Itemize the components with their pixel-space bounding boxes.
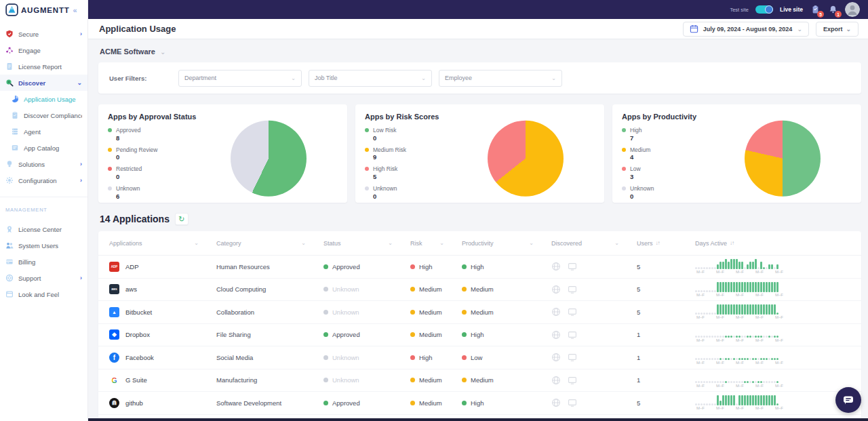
export-button[interactable]: Export ⌄ bbox=[816, 22, 859, 37]
column-header-status[interactable]: Status⌄ bbox=[323, 240, 410, 247]
legend-label: Approved bbox=[116, 127, 140, 134]
org-selector[interactable]: ACME Software ⌄ bbox=[98, 46, 861, 62]
brand-logo[interactable]: AUGMENTT « bbox=[0, 0, 87, 20]
column-label: Discovered bbox=[551, 240, 582, 247]
globe-icon[interactable] bbox=[551, 307, 561, 317]
days-active-sparkline: M–FM–FM–FM–FM–F bbox=[695, 395, 785, 410]
productivity-cell: High bbox=[462, 331, 551, 338]
chevron-down-icon: ⌄ bbox=[301, 240, 306, 246]
date-range-picker[interactable]: July 09, 2024 - August 09, 2024 ⌄ bbox=[683, 22, 809, 37]
spark-bar bbox=[719, 358, 722, 360]
filter-placeholder: Department bbox=[184, 75, 216, 81]
users-count: 5 bbox=[637, 308, 695, 316]
spark-bar bbox=[752, 358, 754, 360]
chat-launcher-button[interactable] bbox=[835, 387, 861, 413]
column-header-days-active[interactable]: Days Active↓↑ bbox=[695, 240, 850, 247]
spark-bar bbox=[701, 358, 703, 360]
table-row-aws[interactable]: awsawsCloud ComputingUnknownMediumMedium… bbox=[98, 279, 861, 302]
sidebar-management-nav: License CenterSystem UsersBillingSupport… bbox=[0, 221, 87, 302]
tasks-icon[interactable]: 5 bbox=[810, 4, 821, 15]
column-header-discovered[interactable]: Discovered⌄ bbox=[551, 240, 637, 247]
sidebar-item-application-usage[interactable]: Application Usage bbox=[0, 91, 87, 107]
globe-icon[interactable] bbox=[551, 285, 561, 294]
globe-icon[interactable] bbox=[551, 376, 561, 385]
column-header-category[interactable]: Category⌄ bbox=[216, 240, 323, 247]
table-row-bitbucket[interactable]: ▲BitbucketCollaborationUnknownMediumMedi… bbox=[98, 301, 861, 324]
globe-icon[interactable] bbox=[551, 353, 561, 362]
monitor-icon[interactable] bbox=[568, 330, 577, 340]
sidebar-item-secure[interactable]: Secure› bbox=[0, 26, 87, 42]
spark-bar bbox=[755, 282, 757, 292]
sparkline-axis: M–FM–FM–FM–FM–F bbox=[695, 293, 785, 297]
chevron-down-icon: ⌄ bbox=[529, 240, 534, 246]
monitor-icon[interactable] bbox=[568, 262, 577, 271]
globe-icon[interactable] bbox=[551, 262, 561, 271]
user-avatar[interactable] bbox=[845, 2, 860, 17]
legend-dot bbox=[622, 186, 626, 191]
sidebar-item-billing[interactable]: Billing bbox=[0, 254, 87, 270]
users-count: 5 bbox=[637, 399, 695, 407]
legend-item-unknown: Unknown0 bbox=[622, 185, 852, 200]
gear-icon bbox=[5, 176, 14, 184]
sidebar-item-system-users[interactable]: System Users bbox=[0, 237, 87, 254]
sidebar-item-discover[interactable]: Discover⌄ bbox=[0, 75, 87, 91]
sidebar-item-solutions[interactable]: Solutions› bbox=[0, 156, 87, 172]
sidebar-collapse-icon[interactable]: « bbox=[73, 6, 77, 14]
axis-label: M–F bbox=[775, 338, 783, 342]
filter-select-job-title[interactable]: Job Title⌄ bbox=[309, 70, 432, 87]
sidebar-item-label: Look and Feel bbox=[18, 291, 82, 298]
refresh-button[interactable]: ↻ bbox=[175, 213, 189, 225]
spark-bar bbox=[733, 358, 735, 360]
legend-value: 0 bbox=[373, 134, 396, 142]
sidebar-item-agent[interactable]: Agent bbox=[0, 123, 87, 140]
spark-bar bbox=[703, 381, 705, 383]
catalog-icon bbox=[11, 144, 19, 152]
table-row-github[interactable]: ⋒githubSoftware DevelopmentApprovedMediu… bbox=[98, 392, 861, 415]
filter-select-employee[interactable]: Employee⌄ bbox=[439, 70, 562, 87]
spark-bar bbox=[766, 282, 768, 292]
spark-bar bbox=[717, 395, 719, 405]
sidebar-item-license-report[interactable]: License Report bbox=[0, 58, 87, 75]
filter-select-department[interactable]: Department⌄ bbox=[178, 70, 302, 87]
chevron-down-icon: ⌄ bbox=[388, 240, 393, 246]
spark-bar bbox=[741, 395, 743, 405]
sidebar-item-discover-compliance[interactable]: Discover Compliance bbox=[0, 107, 87, 123]
table-row-dropbox[interactable]: ❖DropboxFile SharingApprovedMediumHigh1M… bbox=[98, 324, 861, 347]
legend-label: High Risk bbox=[373, 165, 397, 173]
globe-icon[interactable] bbox=[551, 330, 561, 340]
risk-cell: Medium bbox=[410, 331, 462, 338]
sparkline-bars bbox=[695, 373, 785, 383]
axis-label: M–F bbox=[755, 406, 764, 410]
column-header-applications[interactable]: Applications⌄ bbox=[109, 240, 216, 247]
sidebar-item-app-catalog[interactable]: App Catalog bbox=[0, 140, 87, 156]
status-label: Unknown bbox=[332, 308, 359, 316]
sidebar-item-support[interactable]: Support› bbox=[0, 270, 87, 286]
monitor-icon[interactable] bbox=[568, 353, 577, 362]
sidebar-item-license-center[interactable]: License Center bbox=[0, 221, 87, 237]
axis-label: M–F bbox=[755, 270, 764, 274]
site-toggle[interactable] bbox=[755, 5, 773, 14]
sidebar-item-configuration[interactable]: Configuration› bbox=[0, 172, 87, 188]
category-cell: Human Resources bbox=[216, 263, 323, 270]
notifications-bell-icon[interactable]: 1 bbox=[827, 4, 838, 15]
spark-bar bbox=[774, 381, 776, 383]
productivity-label: High bbox=[471, 399, 484, 407]
spark-bar bbox=[766, 267, 768, 269]
column-header-risk[interactable]: Risk⌄ bbox=[410, 240, 462, 247]
column-header-users[interactable]: Users↓↑ bbox=[637, 240, 695, 247]
table-row-g-suite[interactable]: GG SuiteManufacturingUnknownMediumMedium… bbox=[98, 369, 861, 393]
spark-bar bbox=[774, 282, 776, 292]
table-row-facebook[interactable]: fFacebookSocial MediaUnknownHighLow1M–FM… bbox=[98, 346, 861, 369]
column-header-productivity[interactable]: Productivity⌄ bbox=[462, 240, 551, 247]
sidebar-item-engage[interactable]: Engage bbox=[0, 42, 87, 58]
monitor-icon[interactable] bbox=[568, 285, 577, 294]
axis-label: M–F bbox=[736, 406, 744, 410]
spark-bar bbox=[717, 381, 719, 383]
monitor-icon[interactable] bbox=[568, 307, 577, 317]
monitor-icon[interactable] bbox=[568, 398, 577, 407]
table-row-adp[interactable]: ADPADPHuman ResourcesApprovedHighHigh5M–… bbox=[98, 256, 861, 279]
sidebar-item-look-and-feel[interactable]: Look and Feel bbox=[0, 286, 87, 302]
monitor-icon[interactable] bbox=[568, 376, 577, 385]
globe-icon[interactable] bbox=[551, 398, 561, 407]
spark-bar bbox=[730, 381, 732, 383]
